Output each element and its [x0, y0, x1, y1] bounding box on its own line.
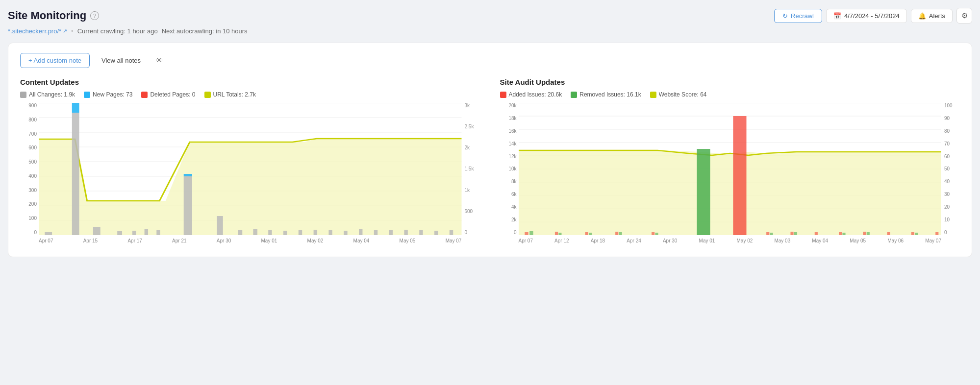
- legend-url-totals-color: [204, 92, 211, 98]
- audit-y-left: 20k18k16k14k12k10k8k6k4k2k0: [500, 103, 519, 235]
- content-updates-title: Content Updates: [20, 78, 480, 86]
- svg-rect-33: [404, 230, 407, 235]
- audit-x-labels: Apr 07 Apr 12 Apr 18 Apr 24 Apr 30 May 0…: [519, 236, 942, 245]
- svg-rect-56: [588, 233, 591, 235]
- svg-rect-30: [359, 229, 362, 235]
- content-chart-inner: [39, 103, 462, 235]
- svg-rect-18: [156, 230, 160, 235]
- svg-rect-54: [558, 233, 561, 235]
- svg-rect-23: [253, 229, 257, 235]
- main-card: + Add custom note View all notes 👁 Conte…: [8, 43, 972, 257]
- header: Site Monitoring ? ↻ Recrawl 📅 4/7/2024 -…: [8, 8, 972, 24]
- audit-y-right: 1009080706050403020100: [942, 103, 960, 235]
- site-audit-chart: 20k18k16k14k12k10k8k6k4k2k0 100908070605…: [500, 103, 960, 245]
- svg-marker-48: [519, 150, 942, 235]
- svg-rect-16: [132, 231, 136, 235]
- eye-icon: 👁: [155, 56, 163, 65]
- svg-rect-31: [374, 230, 377, 235]
- charts-row: Content Updates All Changes: 1.9k New Pa…: [20, 78, 960, 245]
- content-updates-chart: 9008007006005004003002001000 3k2.5k2k1.5…: [20, 103, 480, 245]
- legend-new-pages: New Pages: 73: [84, 91, 132, 98]
- svg-rect-34: [419, 230, 423, 235]
- site-audit-legend: Added Issues: 20.6k Removed Issues: 16.1…: [500, 91, 960, 98]
- content-updates-legend: All Changes: 1.9k New Pages: 73 Deleted …: [20, 91, 480, 98]
- content-y-left: 9008007006005004003002001000: [20, 103, 39, 235]
- visibility-toggle-button[interactable]: 👁: [152, 54, 166, 68]
- legend-deleted-pages-color: [141, 92, 148, 98]
- svg-rect-73: [935, 232, 938, 235]
- svg-rect-68: [863, 232, 866, 235]
- legend-removed-issues: Removed Issues: 16.1k: [571, 91, 641, 98]
- svg-rect-58: [619, 232, 622, 235]
- svg-rect-17: [145, 229, 148, 235]
- legend-all-changes: All Changes: 1.9k: [20, 91, 75, 98]
- legend-deleted-pages: Deleted Pages: 0: [141, 91, 195, 98]
- svg-rect-27: [314, 230, 317, 235]
- legend-website-score: Website Score: 64: [650, 91, 707, 98]
- add-custom-note-button[interactable]: + Add custom note: [20, 53, 90, 68]
- svg-rect-69: [866, 232, 869, 235]
- separator: •: [71, 27, 74, 35]
- sub-header: *.sitecheckerr.pro/* ↗ • Current crawlin…: [8, 27, 972, 35]
- svg-rect-19: [184, 176, 192, 235]
- svg-rect-72: [915, 233, 918, 235]
- site-audit-section: Site Audit Updates Added Issues: 20.6k R…: [500, 78, 960, 245]
- legend-removed-color: [571, 92, 577, 98]
- content-updates-section: Content Updates All Changes: 1.9k New Pa…: [20, 78, 480, 245]
- svg-rect-50: [733, 116, 746, 235]
- svg-rect-32: [389, 230, 393, 235]
- svg-rect-52: [529, 231, 533, 235]
- header-controls: ↻ Recrawl 📅 4/7/2024 - 5/7/2024 🔔 Alerts…: [774, 8, 972, 24]
- svg-rect-62: [770, 233, 773, 235]
- settings-button[interactable]: ⚙: [956, 8, 972, 24]
- svg-rect-65: [814, 232, 817, 235]
- title-area: Site Monitoring ?: [8, 9, 99, 22]
- audit-chart-inner: [519, 103, 942, 235]
- recrawl-button[interactable]: ↻ Recrawl: [774, 9, 822, 23]
- svg-rect-36: [450, 230, 453, 235]
- bell-icon: 🔔: [918, 12, 926, 20]
- svg-rect-61: [766, 232, 769, 235]
- svg-rect-15: [117, 231, 122, 235]
- svg-rect-60: [655, 233, 658, 235]
- date-range-button[interactable]: 📅 4/7/2024 - 5/7/2024: [826, 9, 907, 23]
- svg-rect-51: [525, 232, 528, 235]
- svg-rect-13: [72, 103, 79, 113]
- legend-score-color: [650, 92, 656, 98]
- page-title: Site Monitoring: [8, 9, 86, 22]
- svg-rect-26: [299, 230, 302, 235]
- svg-rect-35: [434, 231, 438, 235]
- notes-bar: + Add custom note View all notes 👁: [20, 53, 960, 68]
- legend-all-changes-color: [20, 92, 26, 98]
- legend-url-totals: URL Totals: 2.7k: [204, 91, 256, 98]
- external-link-icon: ↗: [63, 28, 67, 34]
- svg-rect-29: [344, 231, 347, 235]
- site-url-link[interactable]: *.sitecheckerr.pro/* ↗: [8, 27, 67, 35]
- legend-added-color: [500, 92, 506, 98]
- help-icon[interactable]: ?: [90, 11, 99, 20]
- svg-rect-71: [911, 232, 914, 235]
- svg-rect-25: [283, 231, 287, 235]
- content-y-right: 3k2.5k2k1.5k1k5000: [463, 103, 480, 235]
- svg-rect-14: [93, 227, 101, 235]
- calendar-icon: 📅: [833, 12, 841, 20]
- svg-marker-10: [39, 139, 462, 235]
- svg-rect-64: [794, 232, 797, 235]
- svg-rect-49: [697, 149, 710, 235]
- alerts-button[interactable]: 🔔 Alerts: [911, 9, 953, 23]
- view-all-notes-button[interactable]: View all notes: [94, 53, 149, 68]
- svg-rect-12: [72, 113, 79, 235]
- svg-rect-66: [839, 232, 842, 235]
- svg-rect-63: [790, 232, 793, 235]
- svg-rect-21: [217, 216, 223, 235]
- site-audit-title: Site Audit Updates: [500, 78, 960, 86]
- svg-rect-70: [887, 232, 890, 235]
- svg-rect-67: [842, 233, 845, 235]
- svg-rect-53: [554, 232, 557, 235]
- svg-rect-22: [238, 230, 243, 235]
- legend-new-pages-color: [84, 92, 90, 98]
- svg-rect-59: [652, 232, 654, 235]
- svg-rect-24: [268, 230, 272, 235]
- svg-rect-11: [45, 232, 52, 235]
- legend-added-issues: Added Issues: 20.6k: [500, 91, 562, 98]
